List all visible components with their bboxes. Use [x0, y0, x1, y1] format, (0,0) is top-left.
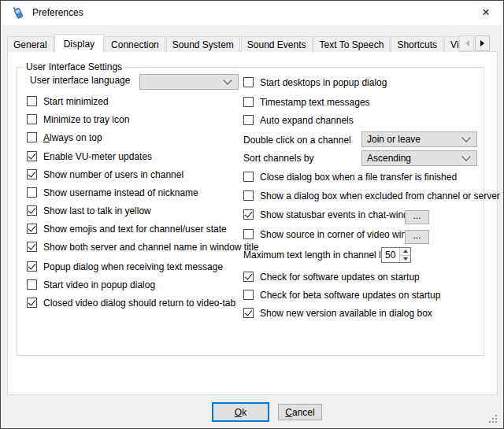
tab-sound-events[interactable]: Sound Events: [241, 36, 313, 52]
checkbox-box[interactable]: [27, 114, 37, 124]
statusbar-events-more-button[interactable]: ...: [405, 210, 429, 224]
app-icon: [11, 6, 25, 20]
checkbox-auto-expand-channels[interactable]: Auto expand channels: [243, 113, 354, 127]
window-title: Preferences: [32, 7, 83, 18]
tab-display[interactable]: Display: [54, 34, 104, 52]
language-label: User interface language: [30, 73, 130, 87]
tab-video[interactable]: Video: [444, 36, 459, 52]
spinner-buttons: [399, 248, 410, 262]
tab-scroll-left-button[interactable]: [459, 35, 474, 51]
tab-text-to-speech[interactable]: Text To Speech: [313, 36, 391, 52]
checkbox-box[interactable]: [243, 97, 254, 107]
close-button[interactable]: ×: [476, 3, 495, 22]
ok-button[interactable]: Ok: [212, 402, 269, 422]
group-title: User Interface Settings: [23, 61, 125, 72]
tab-bar: General Display Connection Sound System …: [7, 33, 459, 52]
checkbox-box[interactable]: [243, 172, 254, 182]
checkbox-show-emojis[interactable]: Show emojis and text for channel/user st…: [27, 222, 227, 235]
sort-channels-label: Sort channels by: [243, 151, 313, 165]
checkbox-dialog-when-excluded[interactable]: Show a dialog box when excluded from cha…: [243, 189, 500, 202]
titlebar[interactable]: Preferences ×: [1, 1, 503, 25]
chevron-down-icon: [223, 76, 232, 84]
spin-down-button[interactable]: [400, 256, 410, 263]
spin-up-button[interactable]: [400, 248, 410, 256]
checkbox-box[interactable]: [27, 242, 37, 252]
checkbox-box[interactable]: [243, 190, 254, 201]
checkbox-box[interactable]: [27, 261, 37, 272]
tab-sound-system[interactable]: Sound System: [166, 36, 240, 52]
checkbox-box[interactable]: [27, 298, 37, 308]
checkbox-enable-vu-meter[interactable]: Enable VU-meter updates: [27, 150, 152, 163]
checkbox-box[interactable]: [27, 151, 37, 161]
double-click-label: Double click on a channel: [243, 133, 351, 146]
checkbox-close-dialog-file-transfer[interactable]: Close dialog box when a file transfer is…: [243, 170, 457, 183]
checkbox-show-new-version[interactable]: Show new version available in dialog box: [243, 306, 432, 320]
checkbox-start-minimized[interactable]: Start minimized: [27, 94, 109, 108]
checkbox-start-video-popup[interactable]: Start video in popup dialog: [27, 278, 155, 291]
checkbox-box[interactable]: [243, 209, 254, 220]
tab-shortcuts[interactable]: Shortcuts: [391, 36, 443, 52]
double-click-value: Join or leave: [362, 134, 463, 145]
checkbox-box[interactable]: [243, 229, 254, 239]
video-source-more-button[interactable]: ...: [405, 230, 429, 244]
checkbox-always-on-top[interactable]: Always on top: [27, 131, 102, 144]
tab-connection[interactable]: Connection: [105, 36, 165, 52]
checkbox-minimize-to-tray[interactable]: Minimize to tray icon: [27, 113, 129, 126]
resize-grip[interactable]: [489, 415, 498, 424]
checkbox-statusbar-events[interactable]: Show statusbar events in chat-window: [243, 208, 421, 221]
checkbox-start-desktops-popup[interactable]: Start desktops in popup dialog: [243, 76, 387, 89]
checkbox-check-beta-updates[interactable]: Check for beta software updates on start…: [243, 288, 440, 301]
checkbox-box[interactable]: [27, 205, 37, 216]
triangle-down-icon: [403, 257, 408, 263]
checkbox-box[interactable]: [27, 279, 37, 290]
arrow-right-icon: [480, 40, 487, 46]
checkbox-box[interactable]: [243, 308, 254, 318]
checkbox-check-updates[interactable]: Check for software updates on startup: [243, 270, 420, 283]
checkbox-show-source-video[interactable]: Show source in corner of video window: [243, 227, 424, 241]
checkbox-show-username[interactable]: Show username instead of nickname: [27, 186, 198, 199]
chevron-down-icon: [461, 133, 470, 142]
max-text-length-label: Maximum text length in channel list: [243, 248, 391, 261]
checkbox-box[interactable]: [243, 272, 254, 282]
preferences-dialog: Preferences × General Display Connection…: [0, 0, 504, 429]
checkbox-closed-video-return[interactable]: Closed video dialog should return to vid…: [27, 296, 235, 309]
checkbox-box[interactable]: [27, 224, 37, 234]
checkbox-popup-dialog-text-message[interactable]: Popup dialog when receiving text message: [27, 260, 223, 273]
checkbox-box[interactable]: [27, 187, 37, 198]
arrow-left-icon: [462, 40, 469, 46]
checkbox-box[interactable]: [27, 132, 37, 142]
triangle-up-icon: [403, 247, 408, 253]
checkbox-box[interactable]: [27, 169, 37, 179]
double-click-select[interactable]: Join or leave: [361, 131, 477, 147]
checkbox-box[interactable]: [243, 115, 254, 125]
checkbox-show-last-to-talk[interactable]: Show last to talk in yellow: [27, 204, 151, 217]
cancel-button[interactable]: Cancel: [278, 404, 322, 420]
language-select[interactable]: [139, 74, 239, 90]
sort-channels-select[interactable]: Ascending: [361, 150, 477, 166]
tab-scroll-right-button[interactable]: [475, 35, 490, 51]
max-length-value[interactable]: 50: [382, 248, 399, 262]
checkbox-show-server-channel-title[interactable]: Show both server and channel name in win…: [27, 240, 259, 253]
checkbox-timestamp-messages[interactable]: Timestamp text messages: [243, 95, 370, 109]
checkbox-box[interactable]: [243, 77, 254, 87]
max-length-spinbox[interactable]: 50: [381, 247, 411, 263]
checkbox-box[interactable]: [27, 96, 37, 106]
tab-general[interactable]: General: [7, 36, 54, 52]
checkbox-show-number-of-users[interactable]: Show number of users in channel: [27, 168, 183, 181]
chevron-down-icon: [461, 152, 470, 161]
sort-channels-value: Ascending: [362, 153, 463, 164]
checkbox-box[interactable]: [243, 290, 254, 300]
